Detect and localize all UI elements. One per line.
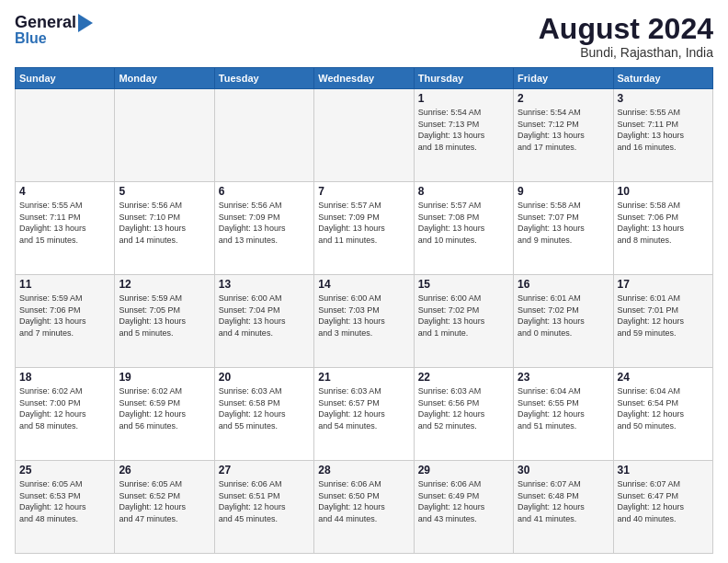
day-info: Sunrise: 6:01 AMSunset: 7:01 PMDaylight:… bbox=[618, 293, 709, 339]
calendar-cell: 7Sunrise: 5:57 AMSunset: 7:09 PMDaylight… bbox=[314, 182, 414, 275]
calendar-cell: 19Sunrise: 6:02 AMSunset: 6:59 PMDayligh… bbox=[115, 368, 214, 461]
day-info: Sunrise: 5:57 AMSunset: 7:09 PMDaylight:… bbox=[318, 200, 409, 246]
day-info: Sunrise: 6:00 AMSunset: 7:03 PMDaylight:… bbox=[318, 293, 409, 339]
day-info: Sunrise: 6:07 AMSunset: 6:47 PMDaylight:… bbox=[618, 478, 709, 524]
day-number: 5 bbox=[119, 185, 210, 198]
day-number: 20 bbox=[219, 371, 310, 384]
calendar-cell: 16Sunrise: 6:01 AMSunset: 7:02 PMDayligh… bbox=[514, 275, 613, 368]
calendar-cell: 20Sunrise: 6:03 AMSunset: 6:58 PMDayligh… bbox=[214, 368, 313, 461]
day-number: 27 bbox=[219, 464, 310, 477]
day-info: Sunrise: 6:04 AMSunset: 6:54 PMDaylight:… bbox=[618, 385, 709, 431]
calendar-cell: 22Sunrise: 6:03 AMSunset: 6:56 PMDayligh… bbox=[414, 368, 513, 461]
calendar-cell bbox=[314, 89, 414, 182]
calendar-cell: 25Sunrise: 6:05 AMSunset: 6:53 PMDayligh… bbox=[16, 461, 115, 554]
col-thursday: Thursday bbox=[414, 68, 513, 89]
day-number: 4 bbox=[19, 185, 110, 198]
logo-blue-label: Blue bbox=[15, 30, 47, 47]
day-number: 12 bbox=[119, 278, 210, 291]
day-info: Sunrise: 6:07 AMSunset: 6:48 PMDaylight:… bbox=[518, 478, 609, 524]
day-number: 15 bbox=[418, 278, 509, 291]
logo-text: General bbox=[15, 13, 95, 32]
day-number: 14 bbox=[318, 278, 409, 291]
day-info: Sunrise: 5:56 AMSunset: 7:10 PMDaylight:… bbox=[119, 200, 210, 246]
calendar-cell: 9Sunrise: 5:58 AMSunset: 7:07 PMDaylight… bbox=[514, 182, 613, 275]
calendar-cell: 6Sunrise: 5:56 AMSunset: 7:09 PMDaylight… bbox=[214, 182, 313, 275]
day-info: Sunrise: 6:00 AMSunset: 7:02 PMDaylight:… bbox=[418, 293, 509, 339]
day-info: Sunrise: 5:56 AMSunset: 7:09 PMDaylight:… bbox=[219, 200, 310, 246]
calendar-cell: 18Sunrise: 6:02 AMSunset: 7:00 PMDayligh… bbox=[16, 368, 115, 461]
calendar-cell: 24Sunrise: 6:04 AMSunset: 6:54 PMDayligh… bbox=[613, 368, 712, 461]
day-number: 13 bbox=[219, 278, 310, 291]
day-info: Sunrise: 5:57 AMSunset: 7:08 PMDaylight:… bbox=[418, 200, 509, 246]
day-info: Sunrise: 6:01 AMSunset: 7:02 PMDaylight:… bbox=[518, 293, 609, 339]
day-number: 23 bbox=[518, 371, 609, 384]
calendar-cell: 3Sunrise: 5:55 AMSunset: 7:11 PMDaylight… bbox=[613, 89, 712, 182]
header-row: Sunday Monday Tuesday Wednesday Thursday… bbox=[16, 68, 713, 89]
calendar-week-2: 4Sunrise: 5:55 AMSunset: 7:11 PMDaylight… bbox=[16, 182, 713, 275]
calendar-cell: 2Sunrise: 5:54 AMSunset: 7:12 PMDaylight… bbox=[514, 89, 613, 182]
calendar-table: Sunday Monday Tuesday Wednesday Thursday… bbox=[15, 67, 713, 554]
col-wednesday: Wednesday bbox=[314, 68, 414, 89]
day-info: Sunrise: 6:06 AMSunset: 6:49 PMDaylight:… bbox=[418, 478, 509, 524]
day-info: Sunrise: 6:06 AMSunset: 6:50 PMDaylight:… bbox=[318, 478, 409, 524]
calendar-cell: 13Sunrise: 6:00 AMSunset: 7:04 PMDayligh… bbox=[214, 275, 313, 368]
calendar-cell: 15Sunrise: 6:00 AMSunset: 7:02 PMDayligh… bbox=[414, 275, 513, 368]
calendar-cell: 26Sunrise: 6:05 AMSunset: 6:52 PMDayligh… bbox=[115, 461, 214, 554]
subtitle: Bundi, Rajasthan, India bbox=[539, 45, 713, 60]
day-info: Sunrise: 5:58 AMSunset: 7:06 PMDaylight:… bbox=[618, 200, 709, 246]
day-info: Sunrise: 6:03 AMSunset: 6:56 PMDaylight:… bbox=[418, 385, 509, 431]
col-monday: Monday bbox=[115, 68, 214, 89]
svg-marker-0 bbox=[78, 14, 93, 32]
day-info: Sunrise: 6:03 AMSunset: 6:58 PMDaylight:… bbox=[219, 385, 310, 431]
col-tuesday: Tuesday bbox=[214, 68, 313, 89]
day-info: Sunrise: 6:00 AMSunset: 7:04 PMDaylight:… bbox=[219, 293, 310, 339]
day-number: 18 bbox=[19, 371, 110, 384]
calendar-cell: 30Sunrise: 6:07 AMSunset: 6:48 PMDayligh… bbox=[514, 461, 613, 554]
logo: General Blue bbox=[15, 13, 95, 47]
col-saturday: Saturday bbox=[613, 68, 712, 89]
calendar-cell: 12Sunrise: 5:59 AMSunset: 7:05 PMDayligh… bbox=[115, 275, 214, 368]
calendar-week-4: 18Sunrise: 6:02 AMSunset: 7:00 PMDayligh… bbox=[16, 368, 713, 461]
day-info: Sunrise: 5:55 AMSunset: 7:11 PMDaylight:… bbox=[19, 200, 110, 246]
main-title: August 2024 bbox=[539, 13, 713, 45]
col-friday: Friday bbox=[514, 68, 613, 89]
calendar-cell: 14Sunrise: 6:00 AMSunset: 7:03 PMDayligh… bbox=[314, 275, 414, 368]
calendar-cell: 1Sunrise: 5:54 AMSunset: 7:13 PMDaylight… bbox=[414, 89, 513, 182]
day-number: 22 bbox=[418, 371, 509, 384]
calendar-cell: 8Sunrise: 5:57 AMSunset: 7:08 PMDaylight… bbox=[414, 182, 513, 275]
calendar-cell: 23Sunrise: 6:04 AMSunset: 6:55 PMDayligh… bbox=[514, 368, 613, 461]
title-block: August 2024 Bundi, Rajasthan, India bbox=[539, 13, 713, 60]
calendar-cell: 17Sunrise: 6:01 AMSunset: 7:01 PMDayligh… bbox=[613, 275, 712, 368]
calendar-cell: 21Sunrise: 6:03 AMSunset: 6:57 PMDayligh… bbox=[314, 368, 414, 461]
calendar-week-3: 11Sunrise: 5:59 AMSunset: 7:06 PMDayligh… bbox=[16, 275, 713, 368]
day-number: 8 bbox=[418, 185, 509, 198]
day-number: 11 bbox=[19, 278, 110, 291]
day-number: 9 bbox=[518, 185, 609, 198]
day-number: 3 bbox=[618, 92, 709, 105]
day-number: 29 bbox=[418, 464, 509, 477]
day-info: Sunrise: 5:58 AMSunset: 7:07 PMDaylight:… bbox=[518, 200, 609, 246]
calendar-cell: 29Sunrise: 6:06 AMSunset: 6:49 PMDayligh… bbox=[414, 461, 513, 554]
day-number: 31 bbox=[618, 464, 709, 477]
day-number: 7 bbox=[318, 185, 409, 198]
logo-arrow-icon bbox=[78, 14, 93, 32]
calendar-cell: 5Sunrise: 5:56 AMSunset: 7:10 PMDaylight… bbox=[115, 182, 214, 275]
day-number: 17 bbox=[618, 278, 709, 291]
calendar-cell: 31Sunrise: 6:07 AMSunset: 6:47 PMDayligh… bbox=[613, 461, 712, 554]
day-number: 26 bbox=[119, 464, 210, 477]
day-info: Sunrise: 5:54 AMSunset: 7:13 PMDaylight:… bbox=[418, 107, 509, 153]
calendar-body: 1Sunrise: 5:54 AMSunset: 7:13 PMDaylight… bbox=[16, 89, 713, 554]
day-info: Sunrise: 6:03 AMSunset: 6:57 PMDaylight:… bbox=[318, 385, 409, 431]
calendar-cell: 10Sunrise: 5:58 AMSunset: 7:06 PMDayligh… bbox=[613, 182, 712, 275]
page: General Blue August 2024 Bundi, Rajastha… bbox=[0, 0, 728, 563]
day-info: Sunrise: 5:59 AMSunset: 7:06 PMDaylight:… bbox=[19, 293, 110, 339]
day-info: Sunrise: 6:05 AMSunset: 6:53 PMDaylight:… bbox=[19, 478, 110, 524]
calendar-cell bbox=[16, 89, 115, 182]
day-info: Sunrise: 6:06 AMSunset: 6:51 PMDaylight:… bbox=[219, 478, 310, 524]
day-number: 24 bbox=[618, 371, 709, 384]
col-sunday: Sunday bbox=[16, 68, 115, 89]
day-number: 16 bbox=[518, 278, 609, 291]
day-info: Sunrise: 6:02 AMSunset: 6:59 PMDaylight:… bbox=[119, 385, 210, 431]
day-number: 28 bbox=[318, 464, 409, 477]
day-number: 2 bbox=[518, 92, 609, 105]
